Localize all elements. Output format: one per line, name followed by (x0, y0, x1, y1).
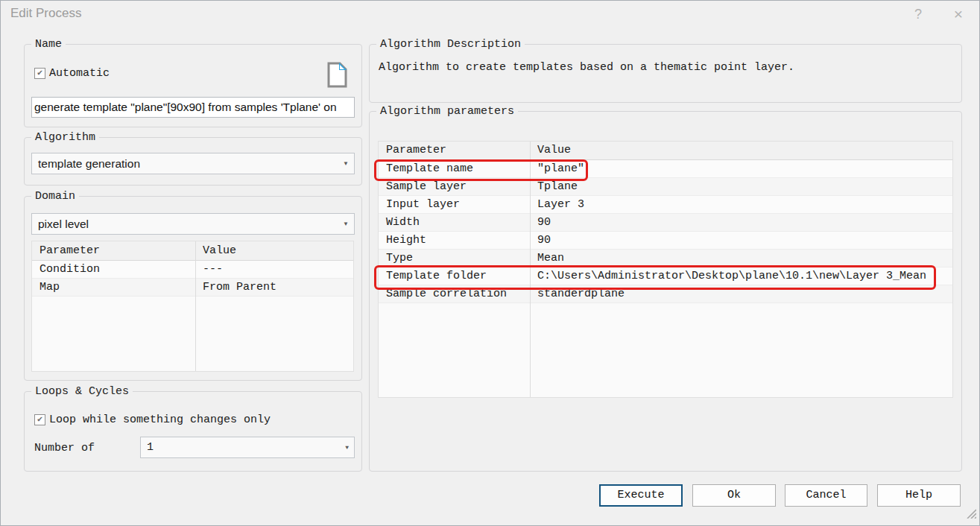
param-cell: Template name (379, 160, 530, 177)
loops-cycles-group-label: Loops & Cycles (31, 384, 133, 399)
dialog-title: Edit Process (10, 6, 81, 21)
table-row-template-name[interactable]: Template name ″plane″ (379, 160, 952, 178)
param-cell: Type (379, 250, 530, 267)
domain-parameters-table: Parameter Value Condition --- Map From P… (31, 241, 354, 372)
chevron-down-icon[interactable]: ▼ (343, 153, 349, 174)
value-cell[interactable]: standerdplane (530, 285, 952, 302)
param-cell: Template folder (379, 267, 530, 285)
algorithm-group: Algorithm template generation ▼ (24, 137, 362, 186)
edit-process-dialog: Edit Process ? × Name ✔ Automatic genera… (0, 0, 980, 526)
execute-button[interactable]: Execute (599, 484, 683, 507)
table-header-row: Parameter Value (379, 142, 952, 160)
help-icon[interactable]: ? (908, 4, 928, 24)
algorithm-select[interactable]: template generation ▼ (31, 153, 355, 174)
value-cell[interactable]: Mean (530, 250, 952, 267)
header-value: Value (530, 142, 952, 159)
table-row[interactable]: Map From Parent (32, 279, 353, 297)
automatic-checkbox[interactable]: ✔ Automatic (34, 66, 110, 80)
algorithm-parameters-label: Algorithm parameters (376, 104, 518, 118)
table-row-height[interactable]: Height 90 (379, 232, 952, 250)
domain-group-label: Domain (31, 189, 79, 203)
algorithm-description-group: Algorithm Description Algorithm to creat… (369, 44, 962, 103)
name-group: Name ✔ Automatic generate template "plan… (24, 44, 362, 127)
close-icon[interactable]: × (949, 4, 968, 24)
param-cell: Sample correlation (379, 285, 530, 302)
algorithm-select-value: template generation (38, 157, 140, 170)
loop-while-changes-label: Loop while something changes only (49, 413, 271, 426)
loops-cycles-group: Loops & Cycles ✔ Loop while something ch… (24, 391, 362, 472)
value-cell[interactable]: Tplane (530, 178, 952, 195)
chevron-down-icon[interactable]: ▼ (343, 214, 349, 234)
name-group-label: Name (31, 37, 66, 51)
algorithm-description-text: Algorithm to create templates based on a… (379, 61, 794, 74)
param-cell: Sample layer (379, 178, 530, 195)
checkbox-checked-icon[interactable]: ✔ (34, 414, 45, 425)
header-value: Value (195, 241, 353, 260)
cancel-button[interactable]: Cancel (785, 484, 867, 507)
param-cell: Input layer (379, 196, 530, 213)
table-row[interactable]: Condition --- (32, 261, 353, 279)
param-cell: Map (32, 279, 195, 296)
value-cell[interactable]: 90 (530, 214, 952, 231)
value-cell[interactable]: --- (195, 261, 353, 278)
number-of-cycles-value: 1 (147, 441, 154, 454)
algorithm-parameters-group: Algorithm parameters Parameter Value Tem… (369, 111, 962, 472)
domain-group: Domain pixel level ▼ Parameter Value Con… (24, 196, 362, 381)
value-cell[interactable]: Layer 3 (530, 196, 952, 213)
value-cell[interactable]: 90 (530, 232, 952, 249)
param-cell: Height (379, 232, 530, 249)
checkbox-checked-icon[interactable]: ✔ (34, 68, 45, 79)
number-of-label: Number of (34, 442, 95, 454)
param-cell: Condition (32, 261, 195, 278)
algorithm-group-label: Algorithm (31, 130, 99, 145)
number-of-cycles-select[interactable]: 1 ▼ (140, 437, 355, 458)
table-row-input-layer[interactable]: Input layer Layer 3 (379, 196, 952, 214)
domain-select[interactable]: pixel level ▼ (31, 213, 355, 235)
table-row-width[interactable]: Width 90 (379, 214, 952, 232)
header-parameter: Parameter (32, 241, 195, 260)
help-button[interactable]: Help (877, 484, 961, 507)
column-divider (195, 241, 196, 371)
loop-while-changes-checkbox[interactable]: ✔ Loop while something changes only (34, 413, 271, 426)
algorithm-description-label: Algorithm Description (376, 37, 525, 51)
table-header-row: Parameter Value (32, 241, 353, 261)
param-cell: Width (379, 214, 530, 231)
domain-select-value: pixel level (38, 218, 89, 230)
table-row-type[interactable]: Type Mean (379, 250, 952, 267)
resize-grip-icon[interactable] (964, 507, 976, 522)
automatic-checkbox-label: Automatic (49, 67, 110, 80)
ok-button[interactable]: Ok (692, 484, 776, 507)
table-row-sample-layer[interactable]: Sample layer Tplane (379, 178, 952, 196)
value-cell[interactable]: C:\Users\Administrator\Desktop\plane\10.… (530, 267, 952, 285)
new-document-icon (327, 62, 347, 92)
algorithm-parameters-table: Parameter Value Template name ″plane″ Sa… (378, 141, 953, 398)
table-row-template-folder[interactable]: Template folder C:\Users\Administrator\D… (379, 267, 952, 285)
chevron-down-icon[interactable]: ▼ (345, 437, 349, 457)
column-divider (530, 142, 531, 397)
value-cell[interactable]: ″plane″ (530, 160, 952, 177)
process-name-input[interactable]: generate template "plane"[90x90] from sa… (31, 97, 355, 118)
table-row-sample-correlation[interactable]: Sample correlation standerdplane (379, 285, 952, 303)
value-cell[interactable]: From Parent (195, 279, 353, 296)
header-parameter: Parameter (379, 142, 530, 159)
